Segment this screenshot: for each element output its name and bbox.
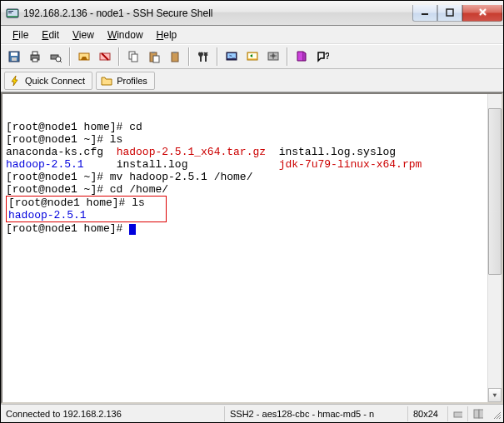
lightning-icon xyxy=(8,74,22,87)
minimize-button[interactable] xyxy=(412,5,437,22)
titlebar: 192.168.2.136 - node1 - SSH Secure Shell xyxy=(1,1,503,26)
status-indicator-1 xyxy=(448,406,468,421)
terminal-line: [root@node1 ~]# cd /home/ xyxy=(6,183,498,196)
copy-button[interactable] xyxy=(123,47,143,67)
status-indicator-2 xyxy=(468,406,488,421)
quick-connect-button[interactable]: Quick Connect xyxy=(4,72,92,90)
clipboard-button[interactable] xyxy=(165,47,185,67)
scroll-thumb[interactable] xyxy=(488,108,502,275)
menu-view[interactable]: View xyxy=(66,27,101,42)
svg-rect-8 xyxy=(12,57,17,61)
svg-rect-19 xyxy=(132,54,137,62)
settings-button[interactable] xyxy=(263,47,283,67)
terminal-line: [root@node1 home]# xyxy=(6,222,498,235)
print-preview-button[interactable] xyxy=(46,47,66,67)
menu-edit[interactable]: Edit xyxy=(35,27,66,42)
svg-rect-10 xyxy=(32,52,37,55)
cursor xyxy=(129,224,136,235)
profiles-label: Profiles xyxy=(117,76,147,86)
new-file-transfer-button[interactable] xyxy=(242,47,262,67)
menubar: File Edit View Window Help xyxy=(1,26,503,44)
quick-connect-label: Quick Connect xyxy=(25,76,85,86)
paste-button[interactable] xyxy=(144,47,164,67)
menu-window[interactable]: Window xyxy=(101,27,150,42)
help-contents-button[interactable] xyxy=(292,47,312,67)
terminal-line: [root@node1 ~]# ls xyxy=(6,133,498,146)
toolbar-separator xyxy=(118,47,120,66)
resize-grip[interactable] xyxy=(488,406,503,421)
svg-rect-21 xyxy=(152,52,155,53)
menu-help[interactable]: Help xyxy=(150,27,184,42)
svg-rect-34 xyxy=(474,410,479,418)
toolbar-separator xyxy=(69,47,71,66)
highlight-box: [root@node1 home]# lshadoop-2.5.1 xyxy=(6,196,167,222)
svg-line-14 xyxy=(60,61,62,62)
status-size: 80x24 xyxy=(408,406,448,421)
svg-point-31 xyxy=(272,54,275,57)
statusbar: Connected to 192.168.2.136 SSH2 - aes128… xyxy=(1,404,503,422)
terminal-line: hadoop-2.5.1 install.log jdk-7u79-linux-… xyxy=(6,158,498,171)
svg-rect-22 xyxy=(153,56,159,62)
svg-rect-7 xyxy=(11,52,17,56)
window-title: 192.168.2.136 - node1 - SSH Secure Shell xyxy=(23,7,412,19)
svg-text:>_: >_ xyxy=(229,53,236,58)
app-window: 192.168.2.136 - node1 - SSH Secure Shell… xyxy=(0,0,504,423)
context-help-button[interactable]: ? xyxy=(312,47,332,67)
disconnect-button[interactable] xyxy=(95,47,115,67)
svg-rect-11 xyxy=(32,58,37,62)
toolbar: >_ ? xyxy=(1,44,503,69)
status-cipher: SSH2 - aes128-cbc - hmac-md5 - n xyxy=(225,406,408,421)
toolbar-separator xyxy=(188,47,190,66)
connectbar: Quick Connect Profiles xyxy=(1,69,503,92)
svg-rect-3 xyxy=(8,12,12,13)
new-terminal-button[interactable]: >_ xyxy=(222,47,242,67)
scroll-down-button[interactable]: ▼ xyxy=(488,388,502,402)
connect-button[interactable] xyxy=(74,47,94,67)
terminal[interactable]: [root@node1 home]# cd[root@node1 ~]# lsa… xyxy=(1,92,503,404)
menu-file[interactable]: File xyxy=(6,27,35,42)
svg-rect-35 xyxy=(479,410,483,418)
terminal-line: anaconda-ks.cfg hadoop-2.5.1_x64.tar.gz … xyxy=(6,146,498,158)
app-icon xyxy=(6,7,19,20)
scrollbar[interactable]: ▲ ▼ xyxy=(487,94,502,402)
svg-rect-24 xyxy=(173,52,177,53)
status-connection: Connected to 192.168.2.136 xyxy=(1,406,225,421)
toolbar-separator xyxy=(287,47,288,66)
print-button[interactable] xyxy=(25,47,45,67)
terminal-line: hadoop-2.5.1 xyxy=(8,209,164,221)
profiles-button[interactable]: Profiles xyxy=(96,72,155,90)
terminal-line: [root@node1 home]# ls xyxy=(8,197,164,209)
folder-icon xyxy=(100,74,113,87)
svg-text:?: ? xyxy=(325,52,329,61)
svg-rect-5 xyxy=(447,9,453,16)
svg-rect-23 xyxy=(172,52,178,62)
svg-rect-2 xyxy=(8,11,13,12)
svg-rect-33 xyxy=(454,412,462,417)
close-button[interactable] xyxy=(462,5,502,22)
terminal-line: [root@node1 home]# cd xyxy=(6,121,498,133)
svg-rect-4 xyxy=(422,13,428,15)
save-button[interactable] xyxy=(4,47,24,67)
maximize-button[interactable] xyxy=(437,5,462,22)
window-controls xyxy=(412,5,502,22)
toolbar-separator xyxy=(217,47,218,66)
find-button[interactable] xyxy=(193,47,213,67)
terminal-line: [root@node1 ~]# mv hadoop-2.5.1 /home/ xyxy=(6,171,498,183)
